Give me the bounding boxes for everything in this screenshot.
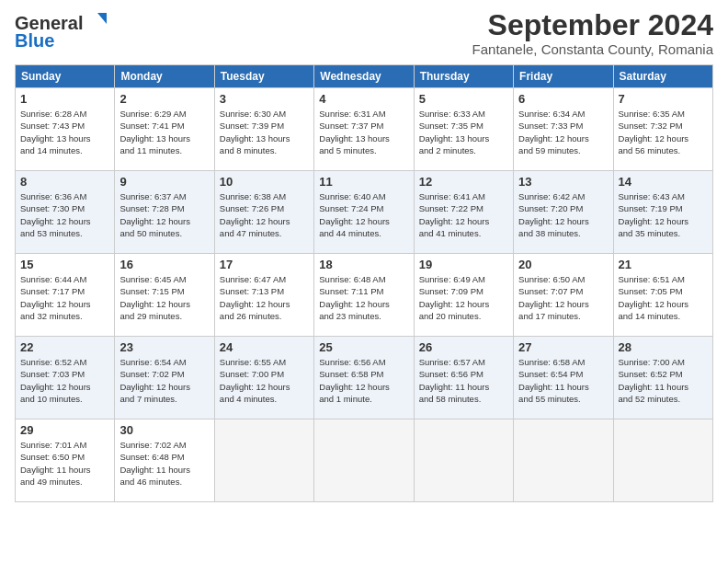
day-number: 11: [319, 175, 408, 189]
col-friday: Friday: [514, 65, 613, 88]
calendar-cell: 11Sunrise: 6:40 AM Sunset: 7:24 PM Dayli…: [314, 171, 414, 254]
cell-content: Sunrise: 6:54 AM Sunset: 7:02 PM Dayligh…: [119, 356, 209, 405]
cell-content: Sunrise: 6:47 AM Sunset: 7:13 PM Dayligh…: [220, 273, 309, 322]
day-number: 6: [518, 92, 608, 106]
day-number: 9: [119, 175, 209, 189]
week-row-4: 29Sunrise: 7:01 AM Sunset: 6:50 PM Dayli…: [16, 419, 713, 502]
day-number: 15: [20, 258, 109, 271]
cell-content: Sunrise: 6:48 AM Sunset: 7:11 PM Dayligh…: [319, 273, 408, 322]
day-number: 27: [518, 340, 608, 354]
cell-content: Sunrise: 7:01 AM Sunset: 6:50 PM Dayligh…: [20, 439, 109, 488]
cell-content: Sunrise: 6:33 AM Sunset: 7:35 PM Dayligh…: [419, 108, 508, 156]
cell-content: Sunrise: 6:55 AM Sunset: 7:00 PM Dayligh…: [220, 356, 309, 405]
month-title: September 2024: [472, 9, 713, 41]
week-row-1: 8Sunrise: 6:36 AM Sunset: 7:30 PM Daylig…: [16, 171, 713, 254]
day-number: 21: [619, 258, 708, 271]
cell-content: Sunrise: 6:34 AM Sunset: 7:33 PM Dayligh…: [518, 108, 608, 156]
day-number: 14: [619, 175, 708, 189]
cell-content: Sunrise: 6:49 AM Sunset: 7:09 PM Dayligh…: [419, 273, 508, 322]
day-number: 2: [119, 92, 209, 106]
day-number: 17: [220, 258, 309, 271]
cell-content: Sunrise: 7:02 AM Sunset: 6:48 PM Dayligh…: [119, 439, 209, 488]
calendar-cell: 21Sunrise: 6:51 AM Sunset: 7:05 PM Dayli…: [613, 254, 712, 337]
cell-content: Sunrise: 6:52 AM Sunset: 7:03 PM Dayligh…: [20, 356, 109, 405]
svg-marker-1: [97, 13, 107, 24]
day-number: 30: [119, 423, 209, 437]
day-number: 19: [419, 258, 508, 271]
calendar-cell: 5Sunrise: 6:33 AM Sunset: 7:35 PM Daylig…: [414, 88, 513, 171]
col-thursday: Thursday: [414, 65, 513, 88]
cell-content: Sunrise: 7:00 AM Sunset: 6:52 PM Dayligh…: [619, 356, 708, 405]
day-number: 13: [518, 175, 608, 189]
calendar-cell: 16Sunrise: 6:45 AM Sunset: 7:15 PM Dayli…: [115, 254, 214, 337]
calendar-cell: 23Sunrise: 6:54 AM Sunset: 7:02 PM Dayli…: [115, 337, 214, 419]
location: Fantanele, Constanta County, Romania: [472, 41, 713, 57]
week-row-0: 1Sunrise: 6:28 AM Sunset: 7:43 PM Daylig…: [16, 88, 713, 171]
calendar-cell: 17Sunrise: 6:47 AM Sunset: 7:13 PM Dayli…: [214, 254, 313, 337]
calendar-cell: 19Sunrise: 6:49 AM Sunset: 7:09 PM Dayli…: [414, 254, 513, 337]
day-number: 4: [319, 92, 408, 106]
calendar-cell: 24Sunrise: 6:55 AM Sunset: 7:00 PM Dayli…: [214, 337, 313, 419]
calendar-cell: 29Sunrise: 7:01 AM Sunset: 6:50 PM Dayli…: [16, 419, 115, 502]
cell-content: Sunrise: 6:56 AM Sunset: 6:58 PM Dayligh…: [319, 356, 408, 405]
cell-content: Sunrise: 6:36 AM Sunset: 7:30 PM Dayligh…: [20, 190, 109, 239]
calendar-cell: 3Sunrise: 6:30 AM Sunset: 7:39 PM Daylig…: [214, 88, 313, 171]
cell-content: Sunrise: 6:51 AM Sunset: 7:05 PM Dayligh…: [619, 273, 708, 322]
cell-content: Sunrise: 6:58 AM Sunset: 6:54 PM Dayligh…: [518, 356, 608, 405]
cell-content: Sunrise: 6:42 AM Sunset: 7:20 PM Dayligh…: [518, 190, 608, 239]
page: General Blue September 2024 Fantanele, C…: [0, 0, 728, 563]
calendar-cell: 10Sunrise: 6:38 AM Sunset: 7:26 PM Dayli…: [214, 171, 313, 254]
calendar-cell: 9Sunrise: 6:37 AM Sunset: 7:28 PM Daylig…: [115, 171, 214, 254]
cell-content: Sunrise: 6:38 AM Sunset: 7:26 PM Dayligh…: [220, 190, 309, 239]
day-number: 5: [419, 92, 508, 106]
calendar-cell: [414, 419, 513, 502]
cell-content: Sunrise: 6:40 AM Sunset: 7:24 PM Dayligh…: [319, 190, 408, 239]
cell-content: Sunrise: 6:31 AM Sunset: 7:37 PM Dayligh…: [319, 108, 408, 156]
col-saturday: Saturday: [613, 65, 712, 88]
cell-content: Sunrise: 6:43 AM Sunset: 7:19 PM Dayligh…: [619, 190, 708, 239]
day-number: 12: [419, 175, 508, 189]
week-row-3: 22Sunrise: 6:52 AM Sunset: 7:03 PM Dayli…: [16, 337, 713, 419]
day-number: 28: [619, 340, 708, 354]
calendar-cell: [613, 419, 712, 502]
calendar-cell: 2Sunrise: 6:29 AM Sunset: 7:41 PM Daylig…: [115, 88, 214, 171]
week-row-2: 15Sunrise: 6:44 AM Sunset: 7:17 PM Dayli…: [16, 254, 713, 337]
calendar-cell: 18Sunrise: 6:48 AM Sunset: 7:11 PM Dayli…: [314, 254, 414, 337]
day-number: 29: [20, 423, 109, 437]
header: General Blue September 2024 Fantanele, C…: [15, 9, 713, 57]
day-number: 23: [119, 340, 209, 354]
calendar-cell: [314, 419, 414, 502]
calendar-cell: 4Sunrise: 6:31 AM Sunset: 7:37 PM Daylig…: [314, 88, 414, 171]
day-number: 10: [220, 175, 309, 189]
calendar-cell: 15Sunrise: 6:44 AM Sunset: 7:17 PM Dayli…: [16, 254, 115, 337]
day-number: 26: [419, 340, 508, 354]
day-number: 8: [20, 175, 109, 189]
calendar-cell: 25Sunrise: 6:56 AM Sunset: 6:58 PM Dayli…: [314, 337, 414, 419]
day-number: 20: [518, 258, 608, 271]
cell-content: Sunrise: 6:44 AM Sunset: 7:17 PM Dayligh…: [20, 273, 109, 322]
calendar-cell: 28Sunrise: 7:00 AM Sunset: 6:52 PM Dayli…: [613, 337, 712, 419]
title-block: September 2024 Fantanele, Constanta Coun…: [472, 9, 713, 57]
day-number: 16: [119, 258, 209, 271]
col-tuesday: Tuesday: [214, 65, 313, 88]
calendar-table: Sunday Monday Tuesday Wednesday Thursday…: [15, 64, 713, 502]
calendar-cell: 26Sunrise: 6:57 AM Sunset: 6:56 PM Dayli…: [414, 337, 513, 419]
cell-content: Sunrise: 6:28 AM Sunset: 7:43 PM Dayligh…: [20, 108, 109, 156]
day-number: 25: [319, 340, 408, 354]
col-sunday: Sunday: [16, 65, 115, 88]
col-wednesday: Wednesday: [314, 65, 414, 88]
calendar-cell: 22Sunrise: 6:52 AM Sunset: 7:03 PM Dayli…: [16, 337, 115, 419]
calendar-cell: 6Sunrise: 6:34 AM Sunset: 7:33 PM Daylig…: [514, 88, 613, 171]
calendar-cell: 30Sunrise: 7:02 AM Sunset: 6:48 PM Dayli…: [115, 419, 214, 502]
day-number: 24: [220, 340, 309, 354]
cell-content: Sunrise: 6:37 AM Sunset: 7:28 PM Dayligh…: [119, 190, 209, 239]
cell-content: Sunrise: 6:29 AM Sunset: 7:41 PM Dayligh…: [119, 108, 209, 156]
cell-content: Sunrise: 6:50 AM Sunset: 7:07 PM Dayligh…: [518, 273, 608, 322]
calendar-cell: 14Sunrise: 6:43 AM Sunset: 7:19 PM Dayli…: [613, 171, 712, 254]
day-number: 18: [319, 258, 408, 271]
header-row: Sunday Monday Tuesday Wednesday Thursday…: [16, 65, 713, 88]
day-number: 3: [220, 92, 309, 106]
calendar-cell: 13Sunrise: 6:42 AM Sunset: 7:20 PM Dayli…: [514, 171, 613, 254]
cell-content: Sunrise: 6:35 AM Sunset: 7:32 PM Dayligh…: [619, 108, 708, 156]
calendar-cell: 20Sunrise: 6:50 AM Sunset: 7:07 PM Dayli…: [514, 254, 613, 337]
